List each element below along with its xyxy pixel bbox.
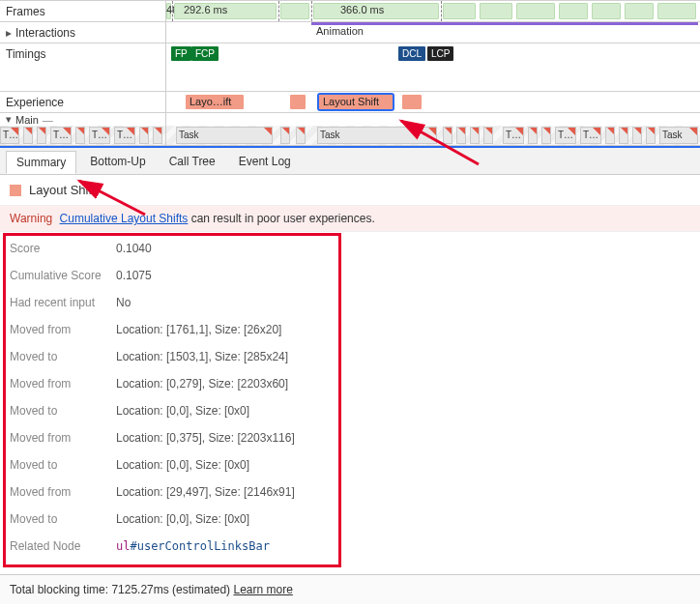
spacer-label [0,64,166,91]
task-micro[interactable] [541,127,551,144]
label-text: Frames [6,5,45,18]
track-main-header[interactable]: ▾ Main — [0,112,700,126]
task-block[interactable]: Task [659,127,698,144]
task-block[interactable]: Task [176,127,273,144]
detail-row: Moved fromLocation: [29,497], Size: [214… [10,485,690,499]
label-text: Experience [6,96,64,109]
task-micro[interactable] [632,127,642,144]
detail-val: Location: [0,279], Size: [2203x60] [116,377,288,391]
detail-key: Moved to [10,404,116,418]
learn-more-link[interactable]: Learn more [233,583,292,596]
detail-val: 0.1075 [116,269,152,282]
summary-heading: Layout Shift [0,175,700,206]
footer-text: Total blocking time: 7125.27ms (estimate… [10,583,233,596]
label-text: Main [15,114,39,126]
warning-label: Warning [10,212,52,225]
detail-key: Related Node [10,539,116,553]
task-micro[interactable] [483,127,493,144]
interactions-timeline[interactable]: Animation [166,22,700,43]
layout-shift-event[interactable]: Layo…ift [186,95,244,109]
detail-key: Moved from [10,377,116,391]
detail-row: Moved fromLocation: [0,375], Size: [2203… [10,431,690,445]
layout-shift-event-small[interactable] [402,95,422,109]
task-micro[interactable] [139,127,149,144]
expand-icon[interactable]: ▸ [6,26,15,40]
task-micro[interactable] [528,127,538,144]
timing-fcp[interactable]: FCP [191,46,219,61]
summary-details: Score0.1040 Cumulative Score0.1075 Had r… [0,232,700,574]
node-tag: ul [116,539,130,553]
frame-block[interactable] [625,3,654,19]
detail-val: Location: [0,0], Size: [0x0] [116,404,249,418]
tab-call-tree[interactable]: Call Tree [160,151,225,172]
task-micro[interactable] [37,127,46,144]
tabstrip: Summary Bottom-Up Call Tree Event Log [0,148,700,175]
timing-fp[interactable]: FP [171,46,191,61]
task-micro[interactable] [605,127,615,144]
task-micro[interactable] [470,127,480,144]
experience-timeline[interactable]: Layo…ift Layout Shift [166,92,700,112]
frames-timeline[interactable]: 467.0 ms ms 292.6 ms 366.0 ms 328.4 [166,1,700,21]
detail-key: Moved to [10,458,116,472]
animation-bar[interactable] [311,22,698,25]
frame-time: 366.0 ms [340,4,384,15]
task-block[interactable]: Task [317,127,437,144]
task-micro[interactable] [280,127,290,144]
task-micro[interactable] [153,127,162,144]
warning-text: can result in poor user experiences. [188,212,374,225]
task-micro[interactable] [646,127,656,144]
tab-event-log[interactable]: Event Log [229,151,301,172]
collapse-icon[interactable]: ▾ [6,113,15,126]
main-tasks-timeline[interactable]: Task Task T… T… T… Task [166,126,700,145]
track-label-main[interactable]: ▾ Main — [0,113,166,126]
cls-docs-link[interactable]: Cumulative Layout Shifts [60,212,189,225]
node-id: #userControlLinksBar [130,539,270,553]
timing-dcl[interactable]: DCL [398,46,425,61]
related-node-link[interactable]: ul#userControlLinksBar [116,539,270,553]
detail-key: Moved from [10,431,116,445]
track-label-interactions[interactable]: ▸ Interactions [0,22,166,43]
detail-row-related-node: Related Node ul#userControlLinksBar [10,539,690,553]
task-block[interactable]: T… [555,127,576,144]
detail-val: Location: [29,497], Size: [2146x91] [116,485,295,499]
track-label-experience: Experience [0,92,166,112]
detail-key: Had recent input [10,296,116,309]
detail-key: Moved to [10,512,116,526]
main-url-dash: — [43,114,53,126]
track-timings: Timings FP FCP DCL LCP [0,43,700,64]
detail-key: Moved to [10,350,116,363]
frame-block[interactable] [280,3,309,19]
task-block[interactable]: T… [503,127,524,144]
task-micro[interactable] [443,127,452,144]
frame-block[interactable] [443,3,476,19]
detail-row: Moved fromLocation: [1761,1], Size: [26x… [10,323,690,336]
layout-shift-event-selected[interactable]: Layout Shift [319,95,393,109]
detail-val: Location: [0,0], Size: [0x0] [116,458,249,472]
task-micro[interactable] [75,127,85,144]
label-text: Interactions [15,26,75,40]
timing-lcp[interactable]: LCP [427,46,453,61]
frame-divider [278,1,279,21]
frame-block[interactable] [516,3,555,19]
frame-divider [311,1,312,21]
frame-block[interactable] [592,3,621,19]
timings-timeline[interactable]: FP FCP DCL LCP [166,43,700,64]
detail-row: Had recent inputNo [10,296,690,309]
layout-shift-event-small[interactable] [290,95,306,109]
task-block[interactable]: T… [0,127,19,144]
task-block[interactable]: T… [114,127,135,144]
task-micro[interactable] [23,127,33,144]
tab-bottom-up[interactable]: Bottom-Up [80,151,155,172]
task-block[interactable]: T… [89,127,110,144]
task-block[interactable]: T… [50,127,72,144]
frame-block[interactable] [559,3,588,19]
task-micro[interactable] [296,127,306,144]
task-micro[interactable] [456,127,466,144]
tab-summary[interactable]: Summary [6,151,76,174]
frame-block[interactable] [480,3,512,19]
detail-val: Location: [1503,1], Size: [285x24] [116,350,288,363]
frame-block[interactable] [657,3,696,19]
timeline-tracks: Frames 467.0 ms ms 292.6 ms 366.0 ms 328… [0,0,700,146]
task-block[interactable]: T… [580,127,601,144]
task-micro[interactable] [619,127,628,144]
